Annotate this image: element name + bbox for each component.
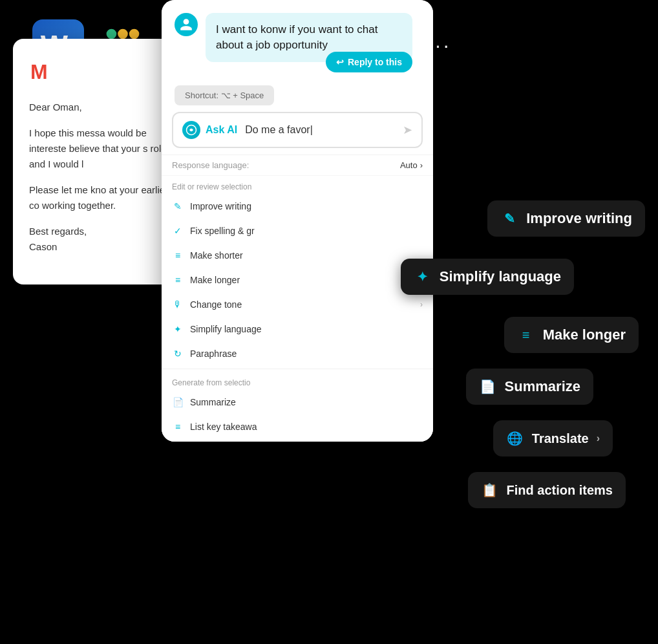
tooltip-summarize[interactable]: 📄 Summarize <box>466 369 593 405</box>
ai-logo-icon <box>182 121 200 139</box>
tooltip-simplify-label: Simplify language <box>440 268 561 285</box>
change-tone-label: Change tone <box>190 299 414 310</box>
user-avatar <box>175 13 198 36</box>
tooltip-simplify-icon: ✦ <box>414 268 432 286</box>
list-key-takeaways-icon: ≡ <box>172 421 184 433</box>
fix-spelling-label: Fix spelling & gr <box>190 226 423 236</box>
edit-section-label: Edit or review selection <box>162 176 433 194</box>
generate-section-label: Generate from selectio <box>162 372 433 390</box>
tooltip-summarize-label: Summarize <box>505 378 580 395</box>
summarize-icon: 📄 <box>172 396 184 408</box>
fix-spelling-icon: ✓ <box>172 225 184 237</box>
email-body: Dear Oman, I hope this messa would be in… <box>29 100 178 255</box>
tooltip-make-longer-label: Make longer <box>543 327 626 343</box>
tooltip-find-action-label: Find action items <box>507 483 613 498</box>
make-shorter-icon: ≡ <box>172 250 184 261</box>
improve-writing-label: Improve writing <box>190 201 423 211</box>
tooltip-translate-chevron: › <box>597 433 600 444</box>
simplify-language-label: Simplify language <box>190 324 423 334</box>
menu-item-list-key-takeaways[interactable]: ≡ List key takeawa <box>162 414 433 439</box>
list-key-takeaways-label: List key takeawa <box>190 422 423 432</box>
chat-message-area: I want to konw if you want to chat about… <box>162 0 433 62</box>
email-greeting: Dear Oman, <box>29 100 178 115</box>
tooltip-translate-icon: 🌐 <box>506 429 524 447</box>
improve-writing-icon: ✎ <box>172 200 184 212</box>
email-paragraph2: Please let me kno at your earliest co wo… <box>29 182 178 213</box>
shortcut-bar: Shortcut: ⌥ + Space <box>175 85 274 105</box>
email-paragraph1: I hope this messa would be intereste bel… <box>29 125 178 172</box>
make-longer-label: Make longer <box>190 275 423 285</box>
change-tone-chevron: › <box>420 300 423 309</box>
change-tone-icon: 🎙 <box>172 299 184 310</box>
language-chevron: › <box>420 160 423 170</box>
tooltip-translate-label: Translate <box>532 431 589 446</box>
menu-item-improve-writing[interactable]: ✎ Improve writing <box>162 194 433 219</box>
svg-rect-6 <box>129 29 140 39</box>
reply-button[interactable]: ↩ Reply to this <box>326 52 412 72</box>
menu-item-make-shorter[interactable]: ≡ Make shorter <box>162 243 433 268</box>
message-bubble: I want to konw if you want to chat about… <box>206 13 412 62</box>
tooltip-simplify-language[interactable]: ✦ Simplify language <box>401 259 574 295</box>
menu-item-fix-spelling[interactable]: ✓ Fix spelling & gr <box>162 219 433 243</box>
gmail-logo: M <box>29 58 178 87</box>
menu-item-make-longer[interactable]: ≡ Make longer <box>162 268 433 292</box>
tooltip-make-longer[interactable]: ≡ Make longer <box>504 317 639 353</box>
language-row[interactable]: Response language: Auto › <box>162 155 433 176</box>
email-closing: Best regards, Cason <box>29 224 178 255</box>
svg-text:M: M <box>30 60 48 83</box>
tooltip-translate[interactable]: 🌐 Translate › <box>493 420 613 456</box>
tooltip-summarize-icon: 📄 <box>479 378 497 396</box>
ask-ai-input-container[interactable]: Ask AI Do me a favor| ➤ <box>172 112 423 148</box>
paraphrase-label: Paraphrase <box>190 349 423 359</box>
language-label: Response language: <box>172 160 249 170</box>
svg-rect-5 <box>118 29 128 39</box>
ask-ai-text-input[interactable]: Do me a favor| <box>245 124 398 136</box>
menu-item-simplify-language[interactable]: ✦ Simplify language <box>162 317 433 341</box>
summarize-label: Summarize <box>190 397 423 407</box>
tooltip-improve-label: Improve writing <box>526 210 632 227</box>
tooltip-improve-icon: ✎ <box>500 209 518 228</box>
tooltip-improve-writing[interactable]: ✎ Improve writing <box>487 200 645 237</box>
tooltip-find-action-items[interactable]: 📋 Find action items <box>468 472 626 508</box>
dropdown-menu: Response language: Auto › Edit or review… <box>162 155 433 442</box>
chat-message: I want to konw if you want to chat about… <box>175 13 420 62</box>
svg-rect-3 <box>107 29 117 39</box>
section-divider <box>162 369 433 369</box>
tooltip-make-longer-icon: ≡ <box>517 326 535 344</box>
paraphrase-icon: ↻ <box>172 348 184 360</box>
make-shorter-label: Make shorter <box>190 250 423 261</box>
send-icon[interactable]: ➤ <box>403 123 412 137</box>
tooltip-find-action-icon: 📋 <box>481 481 499 499</box>
ai-panel: I want to konw if you want to chat about… <box>162 0 433 442</box>
menu-item-summarize[interactable]: 📄 Summarize <box>162 390 433 414</box>
language-value: Auto › <box>400 160 423 170</box>
menu-item-paraphrase[interactable]: ↻ Paraphrase <box>162 341 433 366</box>
menu-item-change-tone[interactable]: 🎙 Change tone › <box>162 292 433 317</box>
message-text: I want to konw if you want to chat about… <box>216 23 377 51</box>
make-longer-icon: ≡ <box>172 274 184 286</box>
simplify-language-icon: ✦ <box>172 323 184 335</box>
ask-ai-label: Ask AI <box>206 124 237 136</box>
